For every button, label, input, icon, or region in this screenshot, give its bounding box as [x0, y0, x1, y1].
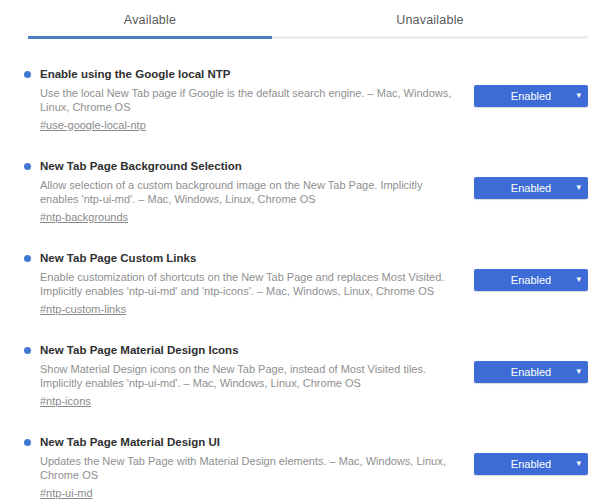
flag-content: New Tab Page Custom Links Enable customi… — [24, 251, 462, 317]
flag-permalink[interactable]: #use-google-local-ntp — [40, 119, 146, 131]
tab-unavailable[interactable]: Unavailable — [272, 8, 588, 39]
flag-row-ntp-icons: New Tab Page Material Design Icons Show … — [24, 343, 588, 409]
flag-row-ntp-ui-md: New Tab Page Material Design UI Updates … — [24, 435, 588, 500]
dropdown-caret-icon: ▾ — [576, 459, 581, 468]
flag-description: Show Material Design icons on the New Ta… — [40, 362, 462, 390]
dropdown-caret-icon: ▾ — [576, 183, 581, 192]
dropdown-caret-icon: ▾ — [576, 91, 581, 100]
tab-bar: Available Unavailable — [28, 0, 588, 39]
flag-content: Enable using the Google local NTP Use th… — [24, 67, 462, 133]
flag-title: New Tab Page Background Selection — [40, 159, 462, 174]
flag-permalink[interactable]: #ntp-icons — [40, 395, 91, 407]
flag-state-label: Enabled — [511, 274, 551, 286]
flag-description: Enable customization of shortcuts on the… — [40, 270, 462, 298]
flag-row-ntp-custom-links: New Tab Page Custom Links Enable customi… — [24, 251, 588, 317]
flag-title: New Tab Page Material Design Icons — [40, 343, 462, 358]
flag-row-ntp-backgrounds: New Tab Page Background Selection Allow … — [24, 159, 588, 225]
flag-state-dropdown[interactable]: Enabled ▾ — [474, 85, 588, 107]
flag-state-label: Enabled — [511, 458, 551, 470]
flag-description: Updates the New Tab Page with Material D… — [40, 454, 462, 482]
flag-permalink[interactable]: #ntp-custom-links — [40, 303, 126, 315]
flags-page: Available Unavailable Enable using the G… — [0, 0, 600, 500]
flag-state-label: Enabled — [511, 90, 551, 102]
flag-state-dropdown[interactable]: Enabled ▾ — [474, 177, 588, 199]
dropdown-caret-icon: ▾ — [576, 367, 581, 376]
flag-title: New Tab Page Custom Links — [40, 251, 462, 266]
flag-state-label: Enabled — [511, 366, 551, 378]
bullet-icon — [24, 163, 31, 170]
dropdown-caret-icon: ▾ — [576, 275, 581, 284]
bullet-icon — [24, 255, 31, 262]
flag-state-label: Enabled — [511, 182, 551, 194]
flag-content: New Tab Page Background Selection Allow … — [24, 159, 462, 225]
flag-title: New Tab Page Material Design UI — [40, 435, 462, 450]
flag-state-dropdown[interactable]: Enabled ▾ — [474, 453, 588, 475]
bullet-icon — [24, 71, 31, 78]
tab-available[interactable]: Available — [28, 8, 272, 39]
flag-state-dropdown[interactable]: Enabled ▾ — [474, 361, 588, 383]
flag-content: New Tab Page Material Design UI Updates … — [24, 435, 462, 500]
flag-permalink[interactable]: #ntp-backgrounds — [40, 211, 128, 223]
flag-description: Allow selection of a custom background i… — [40, 178, 462, 206]
flag-row-use-google-local-ntp: Enable using the Google local NTP Use th… — [24, 67, 588, 133]
flag-state-dropdown[interactable]: Enabled ▾ — [474, 269, 588, 291]
bullet-icon — [24, 439, 31, 446]
flag-permalink[interactable]: #ntp-ui-md — [40, 487, 93, 499]
bullet-icon — [24, 347, 31, 354]
flag-content: New Tab Page Material Design Icons Show … — [24, 343, 462, 409]
flag-list: Enable using the Google local NTP Use th… — [0, 39, 600, 500]
flag-title: Enable using the Google local NTP — [40, 67, 462, 82]
flag-description: Use the local New Tab page if Google is … — [40, 86, 462, 114]
